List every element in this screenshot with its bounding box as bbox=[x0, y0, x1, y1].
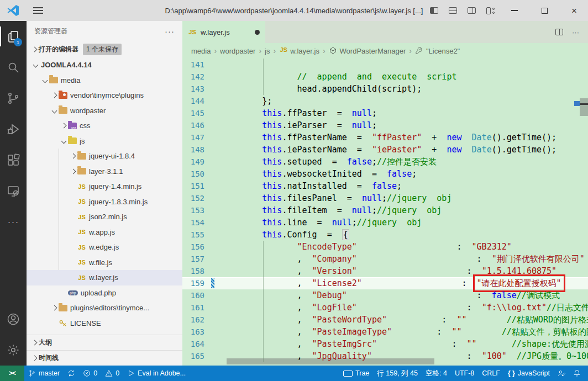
code-line-146[interactable]: 146 this.ieParser = null; bbox=[182, 119, 588, 131]
line-number[interactable]: 150 bbox=[182, 168, 216, 180]
code-line-149[interactable]: 149 this.setuped = false;//控件是否安装 bbox=[182, 156, 588, 168]
remote-explorer-icon[interactable] bbox=[0, 176, 27, 207]
line-number[interactable]: 147 bbox=[182, 131, 216, 144]
tree-item-plugins-editors-tinymce...[interactable]: plugins\editors\tinymce... bbox=[27, 300, 182, 316]
code-line-161[interactable]: 161 , "LogFile" : "f:\\log.txt"//日志文件路径 bbox=[182, 301, 588, 314]
code-line-142[interactable]: 142 // append and execute script bbox=[182, 71, 588, 83]
tree-item-license[interactable]: LICENSE bbox=[27, 316, 182, 331]
tree-item-layer-3.1.1[interactable]: layer-3.1.1 bbox=[27, 164, 182, 179]
status-trae[interactable]: Trae bbox=[339, 366, 373, 381]
line-number[interactable]: 162 bbox=[182, 314, 216, 326]
chevron-right-icon[interactable] bbox=[69, 154, 77, 158]
line-number[interactable]: 145 bbox=[182, 107, 216, 119]
source-control-icon[interactable] bbox=[0, 83, 27, 114]
close-button[interactable]: × bbox=[565, 0, 584, 21]
code-line-164[interactable]: 164 , "PasteImgSrc" : "" //shape:优先使用源文件 bbox=[182, 338, 588, 350]
breadcrumb-js[interactable]: js bbox=[265, 47, 270, 55]
code-line-143[interactable]: 143 head.appendChild(script); bbox=[182, 83, 588, 95]
line-number[interactable]: 157 bbox=[182, 253, 216, 265]
line-number[interactable]: 161 bbox=[182, 301, 216, 314]
toggle-secondary-sidebar-icon[interactable] bbox=[462, 0, 481, 21]
search-icon[interactable] bbox=[0, 52, 27, 83]
code-line-157[interactable]: 157 , "Company" : "荆门泽优软件有限公司" bbox=[182, 253, 588, 265]
chevron-right-icon[interactable] bbox=[69, 170, 77, 173]
tab-w-layer-js[interactable]: JS w.layer.js bbox=[182, 21, 265, 43]
chevron-down-icon[interactable] bbox=[59, 139, 68, 143]
status-空格-4[interactable]: 空格: 4 bbox=[422, 366, 451, 381]
code-line-153[interactable]: 153 this.fileItem = null;//jquery obj bbox=[182, 204, 588, 216]
open-editors-section[interactable]: 打开的编辑器 1 个未保存 bbox=[27, 41, 182, 57]
status-crlf[interactable]: CRLF bbox=[478, 366, 504, 381]
chevron-right-icon[interactable] bbox=[50, 306, 59, 310]
more-icon[interactable]: ··· bbox=[0, 207, 27, 237]
breadcrumb-wordpaster[interactable]: wordpaster bbox=[220, 47, 255, 55]
modified-dot-icon[interactable] bbox=[255, 30, 260, 35]
tree-item-jquery-1.4.min.js[interactable]: JSjquery-1.4.min.js bbox=[27, 179, 182, 194]
line-number[interactable]: 148 bbox=[182, 144, 216, 156]
status-feedback[interactable] bbox=[554, 366, 569, 381]
chevron-down-icon[interactable] bbox=[40, 78, 49, 82]
code-line-158[interactable]: 158 , "Version" : "1.5.141.60875" bbox=[182, 265, 588, 277]
settings-icon[interactable] bbox=[0, 335, 27, 366]
status-eval-in-adobe...[interactable]: Eval in Adobe... bbox=[123, 366, 190, 381]
status-sync[interactable] bbox=[64, 366, 79, 381]
tree-item-css[interactable]: csscss bbox=[27, 118, 182, 134]
explorer-icon[interactable]: 1 bbox=[0, 21, 27, 52]
tree-item-jquery-1.8.3.min.js[interactable]: JSjquery-1.8.3.min.js bbox=[27, 194, 182, 210]
tree-item-w.file.js[interactable]: JSw.file.js bbox=[27, 255, 182, 271]
code-line-155[interactable]: 155 this.Config = { bbox=[182, 229, 588, 241]
line-number[interactable]: 149 bbox=[182, 156, 216, 168]
chevron-down-icon[interactable] bbox=[50, 109, 59, 113]
code-line-156[interactable]: 156 "EncodeType" : "GB2312" bbox=[182, 241, 588, 253]
tree-item-upload.php[interactable]: phpupload.php bbox=[27, 285, 182, 301]
customize-layout-icon[interactable] bbox=[481, 0, 500, 21]
code-line-141[interactable]: 141 bbox=[182, 59, 588, 71]
line-number[interactable]: 156 bbox=[182, 241, 216, 253]
status-javascript[interactable]: { }JavaScript bbox=[504, 366, 554, 381]
line-number[interactable]: 151 bbox=[182, 180, 216, 192]
line-number[interactable]: 165 bbox=[182, 350, 216, 362]
chevron-down-icon[interactable] bbox=[31, 63, 40, 67]
tree-item-js[interactable]: js bbox=[27, 134, 182, 149]
run-debug-icon[interactable] bbox=[0, 114, 27, 145]
code-line-160[interactable]: 160 , "Debug" : false//调试模式 bbox=[182, 289, 588, 301]
chevron-right-icon[interactable] bbox=[59, 124, 68, 128]
editor-more-icon[interactable]: ··· bbox=[572, 28, 579, 36]
remote-indicator[interactable]: >< bbox=[0, 366, 24, 381]
line-number[interactable]: 144 bbox=[182, 95, 216, 107]
line-number[interactable]: 158 bbox=[182, 265, 216, 277]
code-area[interactable]: 141142 // append and execute script143 h… bbox=[182, 59, 588, 366]
code-line-163[interactable]: 163 , "PasteImageType" : "" //粘贴文件，剪帖板的图… bbox=[182, 326, 588, 338]
toggle-panel-icon[interactable] bbox=[443, 0, 462, 21]
breadcrumb--license2-[interactable]: "License2" bbox=[415, 46, 460, 55]
code-line-152[interactable]: 152 this.filesPanel = null;//jquery obj bbox=[182, 192, 588, 204]
code-line-159[interactable]: 159 , "License2" : "请在此处配置授权码" bbox=[182, 277, 588, 289]
code-line-154[interactable]: 154 this.line = null;//jquery obj bbox=[182, 216, 588, 229]
code-line-144[interactable]: 144 }; bbox=[182, 95, 588, 107]
breadcrumb-w.layer.js[interactable]: JSw.layer.js bbox=[279, 46, 319, 55]
maximize-button[interactable] bbox=[535, 0, 554, 21]
chevron-right-icon[interactable] bbox=[50, 93, 59, 97]
account-icon[interactable] bbox=[0, 304, 27, 335]
line-number[interactable]: 143 bbox=[182, 83, 216, 95]
status-0[interactable]: 0 bbox=[79, 366, 101, 381]
status-行-159-列-45[interactable]: 行 159, 列 45 bbox=[373, 366, 422, 381]
tree-item-w.edge.js[interactable]: JSw.edge.js bbox=[27, 240, 182, 255]
outline-section[interactable]: 大纲 bbox=[27, 335, 182, 350]
toggle-primary-sidebar-icon[interactable] bbox=[424, 0, 443, 21]
code-line-150[interactable]: 150 this.websocketInited = false; bbox=[182, 168, 588, 180]
extensions-icon[interactable] bbox=[0, 145, 27, 176]
code-line-151[interactable]: 151 this.natInstalled = false; bbox=[182, 180, 588, 192]
tree-item-jquery-ui-1.8.4[interactable]: jquery-ui-1.8.4 bbox=[27, 149, 182, 164]
line-number[interactable]: 164 bbox=[182, 338, 216, 350]
tree-item-wordpaster[interactable]: wordpaster bbox=[27, 103, 182, 119]
code-line-165[interactable]: 165 , "JpgQuality" : "100" //JPG质量。0~100 bbox=[182, 350, 588, 362]
line-number[interactable]: 142 bbox=[182, 71, 216, 83]
line-number[interactable]: 163 bbox=[182, 326, 216, 338]
tree-item-joomla4.4.14[interactable]: JOOMLA4.4.14 bbox=[27, 57, 182, 73]
timeline-section[interactable]: 时间线 bbox=[27, 350, 182, 366]
line-number[interactable]: 153 bbox=[182, 204, 216, 216]
line-number[interactable]: 154 bbox=[182, 216, 216, 229]
minimize-button[interactable] bbox=[505, 0, 524, 21]
status-utf-8[interactable]: UTF-8 bbox=[451, 366, 478, 381]
